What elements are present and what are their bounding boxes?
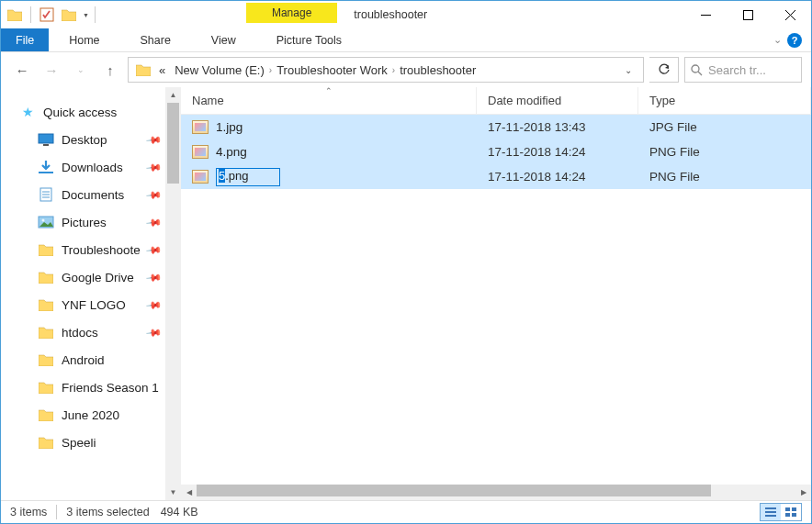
address-bar[interactable]: « New Volume (E:) › Troubleshooter Work … [128, 57, 644, 83]
separator [95, 6, 96, 23]
search-icon [691, 64, 703, 76]
column-header-type[interactable]: Type [638, 87, 811, 114]
horizontal-scrollbar[interactable]: ◀ ▶ [181, 485, 811, 500]
nav-item[interactable]: Android [1, 346, 181, 373]
nav-item[interactable]: Desktop📌 [1, 126, 181, 153]
svg-point-13 [42, 219, 45, 222]
file-row[interactable]: 5.png 17-11-2018 14:24 PNG File [181, 164, 811, 189]
svg-rect-14 [765, 507, 776, 509]
quick-access-label: Quick access [43, 106, 117, 119]
thumbnails-view-button[interactable] [781, 504, 801, 520]
separator [30, 6, 31, 23]
breadcrumb-overflow[interactable]: « [154, 63, 170, 77]
status-item-count: 3 items [10, 506, 47, 518]
svg-rect-19 [785, 513, 790, 517]
nav-item-label: Android [62, 353, 105, 367]
refresh-button[interactable] [649, 57, 679, 83]
scroll-up-button[interactable]: ▲ [165, 87, 181, 103]
title-bar: ▼ Manage troubleshooter [1, 1, 811, 28]
folder-icon [38, 352, 54, 367]
pin-icon: 📌 [145, 159, 163, 176]
breadcrumb-item[interactable]: Troubleshooter Work [272, 63, 392, 77]
search-box[interactable]: Search tr... [684, 57, 802, 83]
navigation-row: ← → ⌄ ↑ « New Volume (E:) › Troubleshoot… [1, 52, 811, 87]
nav-item[interactable]: htdocs📌 [1, 318, 181, 346]
nav-item[interactable]: Troubleshooter📌 [1, 236, 181, 263]
explorer-body: ★Quick accessDesktop📌Downloads📌Documents… [1, 87, 811, 500]
up-button[interactable]: ↑ [98, 58, 122, 82]
tab-picture-tools[interactable]: Picture Tools [256, 28, 362, 51]
file-row[interactable]: 1.jpg 17-11-2018 13:43 JPG File [181, 115, 811, 139]
recent-locations-dropdown[interactable]: ⌄ [69, 58, 93, 82]
tab-home[interactable]: Home [49, 28, 119, 51]
svg-point-3 [692, 65, 699, 72]
minimize-button[interactable] [684, 1, 727, 28]
file-date: 17-11-2018 14:24 [477, 145, 638, 159]
details-view-button[interactable] [761, 504, 781, 520]
sort-ascending-icon: ⌃ [325, 87, 333, 95]
breadcrumb-item[interactable]: troubleshooter [395, 63, 480, 77]
qat-dropdown-icon[interactable]: ▼ [83, 12, 89, 18]
help-icon[interactable]: ? [787, 33, 802, 48]
breadcrumb-item[interactable]: New Volume (E:) [170, 63, 269, 77]
image-file-icon [192, 170, 209, 184]
svg-rect-17 [785, 507, 790, 511]
status-bar: 3 items 3 items selected 494 KB [1, 500, 811, 523]
svg-rect-20 [792, 513, 796, 517]
nav-item[interactable]: Google Drive📌 [1, 263, 181, 291]
nav-item[interactable]: June 2020 [1, 401, 181, 429]
expand-ribbon-icon[interactable]: ⌄ [773, 34, 782, 46]
search-placeholder: Search tr... [708, 63, 766, 77]
pictures-icon [38, 215, 54, 229]
window-title: troubleshooter [337, 1, 427, 28]
column-header-date[interactable]: Date modified [477, 87, 638, 114]
back-button[interactable]: ← [10, 58, 34, 82]
nav-item[interactable]: YNF LOGO📌 [1, 291, 181, 318]
file-row[interactable]: 4.png 17-11-2018 14:24 PNG File [181, 139, 811, 164]
nav-item-label: Speeli [62, 436, 96, 450]
quick-access-header[interactable]: ★Quick access [1, 98, 181, 126]
forward-button[interactable]: → [39, 58, 63, 82]
nav-item[interactable]: Speeli [1, 429, 181, 456]
nav-item-label: Desktop [62, 133, 107, 147]
window-controls [684, 1, 811, 28]
nav-item-label: Downloads [62, 161, 123, 174]
file-date: 17-11-2018 13:43 [477, 120, 638, 134]
nav-item-label: Pictures [62, 216, 107, 229]
close-button[interactable] [769, 1, 811, 28]
nav-item[interactable]: Pictures📌 [1, 208, 181, 236]
nav-item-label: YNF LOGO [62, 298, 126, 312]
file-type: JPG File [638, 120, 811, 134]
tab-view[interactable]: View [191, 28, 256, 51]
nav-item-label: Friends Season 1 [62, 381, 159, 395]
pin-icon: 📌 [145, 324, 163, 341]
file-list-pane: Name ⌃ Date modified Type 1.jpg 17-11-20… [181, 87, 811, 500]
image-file-icon [192, 145, 209, 159]
scroll-thumb[interactable] [197, 485, 711, 496]
tab-share[interactable]: Share [120, 28, 191, 51]
file-tab[interactable]: File [1, 28, 49, 51]
properties-icon[interactable] [37, 5, 57, 25]
address-dropdown-icon[interactable]: ⌄ [617, 65, 639, 75]
nav-item-label: Troubleshooter [62, 243, 141, 257]
scroll-right-button[interactable]: ▶ [795, 485, 811, 500]
navigation-pane: ★Quick accessDesktop📌Downloads📌Documents… [1, 87, 181, 500]
pin-icon: 📌 [145, 269, 163, 286]
star-icon: ★ [19, 105, 36, 119]
nav-item[interactable]: Friends Season 1 [1, 373, 181, 401]
nav-item[interactable]: Downloads📌 [1, 153, 181, 181]
nav-item[interactable]: Documents📌 [1, 181, 181, 208]
maximize-button[interactable] [727, 1, 769, 28]
scroll-down-button[interactable]: ▼ [165, 485, 181, 500]
svg-rect-5 [39, 134, 53, 143]
file-type: PNG File [638, 145, 811, 159]
scroll-thumb[interactable] [167, 103, 179, 184]
scroll-left-button[interactable]: ◀ [181, 485, 197, 500]
file-type: PNG File [638, 170, 811, 184]
documents-icon [38, 187, 54, 202]
folder-icon [38, 325, 54, 340]
rename-input[interactable]: 5.png [216, 168, 280, 186]
new-folder-icon[interactable] [59, 5, 79, 25]
vertical-scrollbar[interactable]: ▲ ▼ [165, 87, 181, 500]
column-header-name[interactable]: Name ⌃ [181, 87, 477, 114]
